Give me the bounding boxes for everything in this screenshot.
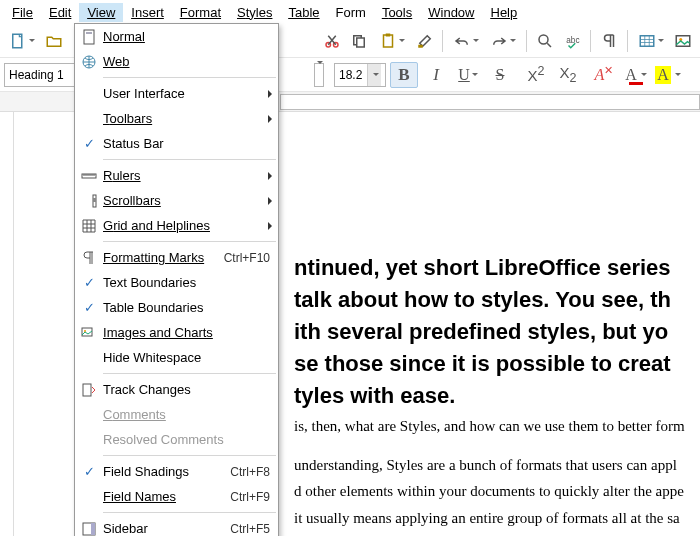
folder-open-icon xyxy=(45,32,63,50)
clear-formatting-button[interactable]: A✕ xyxy=(590,62,618,88)
menuitem-comments[interactable]: Comments xyxy=(75,402,278,427)
menuitem-toolbars[interactable]: Toolbars xyxy=(75,106,278,131)
undo-button[interactable] xyxy=(448,28,483,54)
underline-button[interactable]: U xyxy=(454,62,482,88)
open-button[interactable] xyxy=(41,28,67,54)
insert-image-button[interactable] xyxy=(670,28,696,54)
check-icon: ✓ xyxy=(75,300,103,315)
menu-styles[interactable]: Styles xyxy=(229,3,280,22)
check-icon: ✓ xyxy=(75,464,103,479)
svg-rect-9 xyxy=(418,44,423,47)
menuitem-grid[interactable]: Grid and Helplines xyxy=(75,213,278,238)
strikethrough-button[interactable]: S xyxy=(486,62,514,88)
heading-line: ntinued, yet short LibreOffice series xyxy=(294,252,700,284)
spellcheck-button[interactable]: abc xyxy=(560,28,586,54)
separator xyxy=(103,77,276,78)
svg-rect-8 xyxy=(386,33,391,36)
image-chart-icon xyxy=(75,325,103,341)
body-line: it usually means applying an entire grou… xyxy=(294,507,700,530)
menu-file[interactable]: File xyxy=(4,3,41,22)
svg-rect-23 xyxy=(83,384,91,396)
font-color-button[interactable]: A xyxy=(622,62,650,88)
scissors-icon xyxy=(323,32,341,50)
menuitem-resolved-comments[interactable]: Resolved Comments xyxy=(75,427,278,452)
menuitem-normal[interactable]: Normal xyxy=(75,24,278,49)
globe-icon xyxy=(75,54,103,70)
check-icon: ✓ xyxy=(75,275,103,290)
new-button[interactable] xyxy=(4,28,39,54)
heading-line: ith several predefined styles, but yo xyxy=(294,316,700,348)
menu-table[interactable]: Table xyxy=(280,3,327,22)
separator xyxy=(103,455,276,456)
find-button[interactable] xyxy=(532,28,558,54)
menu-format[interactable]: Format xyxy=(172,3,229,22)
svg-rect-25 xyxy=(91,523,95,535)
superscript-button[interactable]: X2 xyxy=(522,62,550,88)
sidebar-icon xyxy=(75,521,103,537)
menu-view[interactable]: View xyxy=(79,3,123,22)
heading-line: talk about how to styles. You see, th xyxy=(294,284,700,316)
insert-table-button[interactable] xyxy=(633,28,668,54)
menuitem-track-changes[interactable]: Track Changes xyxy=(75,377,278,402)
submenu-arrow-icon xyxy=(268,115,272,123)
page-icon xyxy=(75,29,103,45)
table-icon xyxy=(638,32,656,50)
formatting-marks-button[interactable] xyxy=(596,28,622,54)
copy-button[interactable] xyxy=(347,28,373,54)
menuitem-images-charts[interactable]: Images and Charts xyxy=(75,320,278,345)
menuitem-status-bar[interactable]: ✓ Status Bar xyxy=(75,131,278,156)
redo-button[interactable] xyxy=(486,28,521,54)
highlight-color-button[interactable]: A xyxy=(654,62,682,88)
font-size-combo[interactable]: 18.2 xyxy=(334,63,386,87)
paste-button[interactable] xyxy=(374,28,409,54)
menu-help[interactable]: Help xyxy=(482,3,525,22)
menuitem-web[interactable]: Web xyxy=(75,49,278,74)
submenu-arrow-icon xyxy=(268,90,272,98)
menuitem-scrollbars[interactable]: Scrollbars xyxy=(75,188,278,213)
undo-icon xyxy=(453,32,471,50)
menu-form[interactable]: Form xyxy=(328,3,374,22)
clone-formatting-button[interactable] xyxy=(412,28,438,54)
menuitem-field-shadings[interactable]: ✓ Field Shadings Ctrl+F8 xyxy=(75,459,278,484)
italic-button[interactable]: I xyxy=(422,62,450,88)
menuitem-user-interface[interactable]: User Interface xyxy=(75,81,278,106)
svg-text:abc: abc xyxy=(566,35,579,44)
menu-window[interactable]: Window xyxy=(420,3,482,22)
menuitem-text-boundaries[interactable]: ✓ Text Boundaries xyxy=(75,270,278,295)
pilcrow-icon xyxy=(600,32,618,50)
bold-button[interactable]: B xyxy=(390,62,418,88)
subscript-button[interactable]: X2 xyxy=(554,62,582,88)
menuitem-field-names[interactable]: Field Names Ctrl+F9 xyxy=(75,484,278,509)
menuitem-formatting-marks[interactable]: Formatting Marks Ctrl+F10 xyxy=(75,245,278,270)
menuitem-table-boundaries[interactable]: ✓ Table Boundaries xyxy=(75,295,278,320)
separator xyxy=(103,373,276,374)
cut-button[interactable] xyxy=(319,28,345,54)
document-icon xyxy=(9,32,27,50)
submenu-arrow-icon xyxy=(268,172,272,180)
font-name-arrow[interactable] xyxy=(314,63,324,87)
menu-tools[interactable]: Tools xyxy=(374,3,420,22)
svg-rect-20 xyxy=(93,198,96,202)
copy-icon xyxy=(350,32,368,50)
image-icon xyxy=(674,32,692,50)
svg-rect-12 xyxy=(640,35,654,46)
separator xyxy=(103,512,276,513)
vertical-ruler[interactable] xyxy=(0,112,14,536)
submenu-arrow-icon xyxy=(268,197,272,205)
chevron-down-icon xyxy=(367,64,381,86)
heading-line: se those since it is possible to creat xyxy=(294,348,700,380)
svg-rect-16 xyxy=(86,32,92,34)
scrollbar-icon xyxy=(75,193,103,209)
redo-icon xyxy=(490,32,508,50)
menubar: File Edit View Insert Format Styles Tabl… xyxy=(0,0,700,24)
menuitem-sidebar[interactable]: Sidebar Ctrl+F5 xyxy=(75,516,278,536)
menu-edit[interactable]: Edit xyxy=(41,3,79,22)
svg-point-10 xyxy=(539,35,548,44)
heading-line: tyles with ease. xyxy=(294,380,700,412)
svg-rect-7 xyxy=(383,35,392,47)
menu-insert[interactable]: Insert xyxy=(123,3,172,22)
paragraph-style-value: Heading 1 xyxy=(9,68,64,82)
spellcheck-icon: abc xyxy=(564,32,582,50)
menuitem-rulers[interactable]: Rulers xyxy=(75,163,278,188)
menuitem-hide-whitespace[interactable]: Hide Whitespace xyxy=(75,345,278,370)
